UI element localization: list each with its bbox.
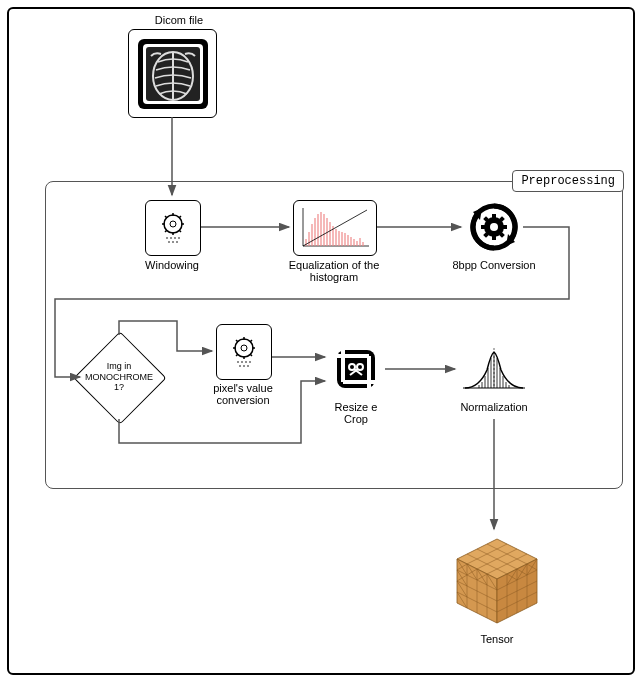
svg-rect-52 [503,225,507,229]
svg-point-48 [490,223,498,231]
equalization-label: Equalization of the histogram [284,259,384,283]
svg-point-72 [243,365,245,367]
svg-rect-35 [338,231,340,246]
conversion-8bpp-label: 8bpp Conversion [447,259,541,271]
svg-line-66 [250,340,252,342]
conversion-8bpp-node [467,200,521,254]
svg-rect-29 [320,212,322,246]
svg-line-65 [236,354,238,356]
xray-icon [133,34,213,114]
normalization-node [459,342,529,396]
svg-line-64 [250,354,252,356]
equalization-node [293,200,377,256]
svg-rect-37 [344,233,346,246]
windowing-label: Windowing [139,259,205,271]
pixel-conversion-node [216,324,272,380]
svg-rect-25 [308,232,310,246]
tensor-label: Tensor [469,633,525,645]
svg-rect-39 [350,237,352,246]
svg-rect-30 [323,214,325,246]
tensor-node [449,533,545,629]
svg-rect-34 [335,229,337,246]
gear-processing-icon-2 [224,332,264,372]
svg-point-67 [237,361,239,363]
svg-point-21 [176,241,178,243]
svg-rect-49 [492,214,496,218]
svg-line-63 [236,340,238,342]
pixel-conversion-label: pixel's value conversion [206,382,280,406]
normalization-label: Normalization [457,401,531,413]
svg-line-12 [179,230,181,232]
dicom-file-label: Dicom file [139,14,219,26]
svg-rect-38 [347,235,349,246]
svg-line-13 [165,230,167,232]
windowing-node [145,200,201,256]
preprocessing-label: Preprocessing [512,170,624,192]
histogram-icon [297,204,373,252]
svg-point-71 [239,365,241,367]
svg-line-11 [165,216,167,218]
resize-crop-label: Resize e Crop [329,401,383,425]
svg-rect-41 [356,241,358,246]
svg-rect-51 [481,225,485,229]
svg-point-19 [168,241,170,243]
svg-point-68 [241,361,243,363]
svg-rect-32 [329,222,331,246]
gear-processing-icon [153,208,193,248]
diagram-frame: Dicom file Preprocessing [7,7,635,675]
svg-line-14 [179,216,181,218]
resize-crop-node [329,342,383,396]
svg-rect-50 [492,236,496,240]
crop-icon [329,342,383,396]
svg-rect-36 [341,232,343,246]
svg-point-58 [241,345,247,351]
gaussian-icon [459,342,529,396]
svg-point-70 [249,361,251,363]
svg-point-18 [178,237,180,239]
cube-icon [449,533,545,629]
svg-rect-42 [359,238,361,246]
svg-rect-43 [362,242,364,246]
svg-point-17 [174,237,176,239]
svg-point-16 [170,237,172,239]
svg-rect-27 [314,218,316,246]
gear-cycle-icon [467,200,521,254]
svg-rect-28 [317,214,319,246]
monochrome-decision: Img in MONOCHROME 1? [74,332,164,422]
svg-point-20 [172,241,174,243]
decision-label: Img in MONOCHROME 1? [85,361,153,393]
svg-point-69 [245,361,247,363]
svg-rect-26 [311,224,313,246]
svg-rect-40 [353,239,355,246]
svg-point-15 [166,237,168,239]
svg-point-6 [170,221,176,227]
svg-point-73 [247,365,249,367]
dicom-file-image [128,29,217,118]
